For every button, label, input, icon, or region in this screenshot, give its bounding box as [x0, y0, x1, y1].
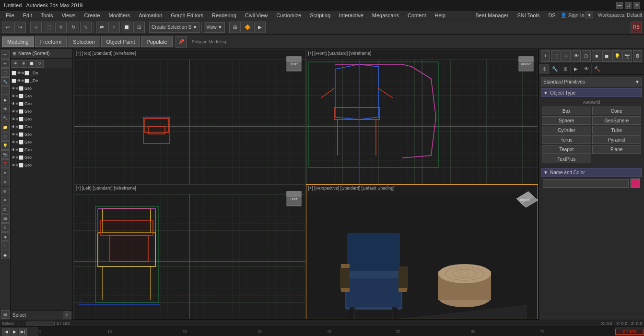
color-swatch[interactable] — [631, 179, 640, 188]
scene-item[interactable]: 👁❄⬜ Gro — [11, 131, 72, 138]
undo-button[interactable]: ↩ — [2, 22, 13, 33]
scene-hide-btn[interactable]: 👁 — [12, 60, 19, 68]
tool-system[interactable]: ⚙ — [1, 178, 10, 186]
tool-modifier[interactable]: 🔧 — [1, 77, 10, 86]
menu-civil-view[interactable]: Civil View — [241, 11, 271, 20]
close-button[interactable]: ✕ — [633, 2, 640, 9]
signin-dropdown-icon[interactable]: ▼ — [585, 12, 593, 19]
minimize-button[interactable]: — — [616, 2, 623, 9]
tool-scene[interactable]: 📁 — [1, 123, 10, 132]
obj-btn-torus[interactable]: Torus — [542, 135, 591, 144]
viewport-left[interactable]: [+] [Left] [Standard] [Wireframe] LEFT — [73, 184, 306, 319]
scene-filter-icon[interactable]: ▽ — [63, 312, 70, 319]
scene-item[interactable]: ⬜ 👁❄⬜ _De — [11, 69, 72, 77]
rp-tab-modify[interactable]: 🔧 — [550, 64, 560, 74]
viewport-perspective[interactable]: [+] [Perspective] [Standard] [Default Sh… — [306, 184, 539, 319]
rp-select-btn[interactable]: ⊹ — [562, 50, 571, 62]
tool-extra4[interactable]: ▤ — [1, 214, 10, 223]
scene-item[interactable]: 👁❄⬜ Gro — [11, 161, 72, 169]
select-region-button[interactable]: ⬚ — [43, 22, 54, 33]
scene-item[interactable]: 👁❄⬜ Gro — [11, 146, 72, 154]
tool-select[interactable]: ⊹ — [1, 50, 10, 59]
viewport-front[interactable]: [+] [Front] [Standard] [Wireframe] FRONT — [306, 49, 539, 184]
object-name-input[interactable] — [543, 179, 629, 188]
move-button[interactable]: ✛ — [55, 22, 67, 33]
rp-tab-display[interactable]: 👁 — [581, 64, 592, 74]
nav-cube-left[interactable]: LEFT — [280, 187, 304, 211]
rp-cam-btn[interactable]: 📷 — [622, 50, 632, 62]
scene-render-btn[interactable]: 🔲 — [28, 60, 35, 68]
rp-tab-motion[interactable]: ▶ — [571, 64, 581, 74]
tool-extra1[interactable]: ⊞ — [1, 187, 10, 195]
rp-settings-btn[interactable]: ⚙ — [633, 50, 642, 62]
obj-btn-pyramid[interactable]: Pyramid — [592, 135, 642, 144]
obj-btn-tube[interactable]: Tube — [592, 126, 642, 134]
scene-item[interactable]: 👁❄⬜ Gro — [11, 92, 72, 100]
tool-extra8[interactable]: ◉ — [1, 251, 10, 259]
menu-ds[interactable]: DS — [544, 11, 559, 20]
obj-btn-plane[interactable]: Plane — [592, 145, 642, 154]
mirror-button[interactable]: ⇄ — [96, 22, 107, 33]
scene-freeze-btn[interactable]: ❄ — [20, 60, 27, 68]
rp-material-btn[interactable]: ◼ — [602, 50, 611, 62]
tool-extra2[interactable]: ≡ — [1, 196, 10, 204]
snap-button[interactable]: 🔲 — [121, 22, 132, 33]
scene-filter-btn[interactable]: ▽ — [36, 60, 44, 68]
tab-freeform[interactable]: Freeform — [35, 36, 67, 47]
select-button[interactable]: ⊹ — [30, 22, 42, 33]
menu-customize[interactable]: Customize — [272, 11, 305, 20]
nav-cube-top[interactable]: TOP — [280, 52, 304, 76]
scene-item[interactable]: 👁❄⬜ Gro — [11, 123, 72, 131]
menu-edit[interactable]: Edit — [19, 11, 36, 20]
tool-bottom1[interactable]: ▤ — [1, 310, 10, 319]
obj-btn-cone[interactable]: Cone — [592, 107, 642, 115]
render-button[interactable]: 🔶 — [242, 22, 253, 33]
scene-item[interactable]: ⬜ 👁❄⬜ _De — [11, 77, 72, 84]
tool-helper[interactable]: ❓ — [1, 159, 10, 168]
render2-button[interactable]: ▶ — [254, 22, 266, 33]
scene-items-list[interactable]: ⬜ 👁❄⬜ _De ⬜ 👁❄⬜ _De 👁❄⬜ Gro 👁❄⬜ Gro 👁❄⬜ … — [11, 69, 72, 310]
nav-cube-perspective[interactable]: PERSP — [512, 187, 536, 211]
view-dropdown[interactable]: View ▼ — [204, 22, 224, 33]
menu-file[interactable]: File — [2, 11, 18, 20]
timeline-next-btn[interactable]: ▶| — [19, 328, 27, 336]
rotate-button[interactable]: ↻ — [68, 22, 79, 33]
tool-extra7[interactable]: ⊕ — [1, 241, 10, 250]
rp-tab-hierarchy[interactable]: ⊞ — [560, 64, 571, 74]
tool-create[interactable]: ⬚ — [1, 68, 10, 77]
menu-sni-tools[interactable]: SNI Tools — [514, 11, 544, 20]
scene-item[interactable]: 👁❄⬜ Gro — [11, 138, 72, 146]
align-button[interactable]: ≡ — [108, 22, 120, 33]
menu-rendering[interactable]: Rendering — [208, 11, 240, 20]
obj-btn-sphere[interactable]: Sphere — [542, 116, 591, 125]
menu-modifiers[interactable]: Modifiers — [105, 11, 134, 20]
redo-button[interactable]: ↪ — [14, 22, 26, 33]
rp-tab-create[interactable]: ⊹ — [539, 64, 550, 74]
tool-hierarchy[interactable]: ⊹ — [1, 86, 10, 95]
tool-extra5[interactable]: ⊙ — [1, 223, 10, 232]
menu-create[interactable]: Create — [81, 11, 104, 20]
rp-wire-btn[interactable]: ⬡ — [582, 50, 591, 62]
menu-animation[interactable]: Animation — [135, 11, 166, 20]
tab-object-paint[interactable]: Object Paint — [101, 36, 141, 47]
menu-help[interactable]: Help — [431, 11, 450, 20]
tool-display[interactable]: 👁 — [1, 105, 10, 113]
frame-counter[interactable]: 0 / 100 — [615, 329, 644, 335]
menu-scripting[interactable]: Scripting — [306, 11, 334, 20]
named-selection-dropdown[interactable]: Create Selection S ▼ — [149, 22, 199, 33]
rp-create-btn[interactable]: + — [541, 50, 550, 62]
timeline-prev-btn[interactable]: |◀ — [2, 328, 10, 336]
menu-views[interactable]: Views — [58, 11, 79, 20]
ribbon-pin-button[interactable]: 📌 — [176, 36, 187, 48]
menu-interactive[interactable]: Interactive — [335, 11, 367, 20]
tool-render[interactable]: 🎥 — [1, 132, 10, 141]
nav-cube-front[interactable]: FRONT — [512, 52, 536, 76]
obj-btn-geosphere[interactable]: GeoSphere — [592, 116, 642, 125]
tool-extra6[interactable]: ◈ — [1, 232, 10, 241]
viewport-top[interactable]: [+] [Top] [Standard] [Wireframe] TOP — [73, 49, 306, 184]
menu-content[interactable]: Content — [404, 11, 430, 20]
scene-item[interactable]: 👁❄⬜ Gro — [11, 154, 72, 161]
tool-spacewarp[interactable]: ⌀ — [1, 168, 10, 177]
menu-beat-manager[interactable]: Beat Manager — [471, 11, 512, 20]
layer-button[interactable]: ⊞ — [229, 22, 241, 33]
